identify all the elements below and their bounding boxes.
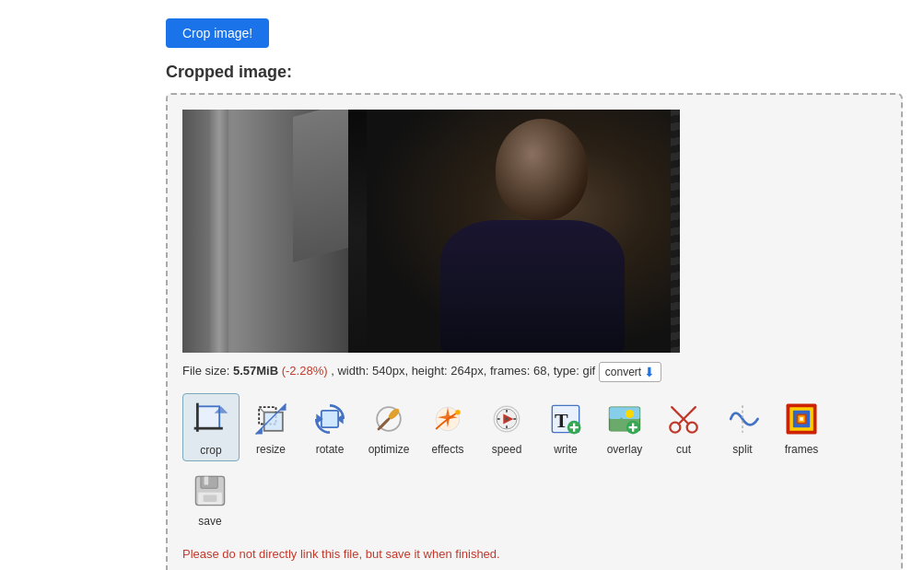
svg-text:T: T	[555, 409, 568, 432]
svg-point-34	[626, 410, 634, 418]
toolbar: crop resize	[182, 393, 886, 531]
tool-resize-label: resize	[256, 443, 286, 456]
tool-write-label: write	[554, 443, 577, 456]
tool-rotate[interactable]: rotate	[302, 393, 357, 461]
file-size-value: 5.57MiB	[233, 364, 278, 378]
file-info: File size: 5.57MiB (-2.28%) , width: 540…	[182, 362, 886, 382]
svg-rect-5	[264, 413, 283, 431]
tool-crop[interactable]: crop	[182, 393, 240, 461]
tool-overlay[interactable]: overlay	[597, 393, 652, 461]
tool-speed[interactable]: speed	[479, 393, 534, 461]
person-figure	[367, 110, 671, 353]
svg-rect-51	[201, 476, 217, 488]
svg-rect-11	[322, 411, 338, 427]
tool-split-label: split	[732, 443, 752, 456]
tool-frames-label: frames	[785, 443, 819, 456]
svg-rect-0	[197, 406, 219, 428]
tool-cut[interactable]: cut	[656, 393, 711, 461]
editor-container: File size: 5.57MiB (-2.28%) , width: 540…	[166, 93, 903, 570]
crop-icon	[189, 398, 233, 442]
resize-icon	[249, 397, 293, 441]
type-value: gif	[582, 364, 595, 378]
download-icon: ⬇	[644, 365, 655, 379]
file-size-change: (-2.28%)	[282, 364, 328, 378]
notice-area: Please do not directly link this file, b…	[182, 544, 886, 570]
effects-icon	[426, 397, 470, 441]
cut-icon	[661, 397, 706, 441]
tool-overlay-label: overlay	[607, 443, 643, 456]
notice-line-1: Please do not directly link this file, b…	[182, 544, 886, 564]
svg-rect-52	[205, 476, 209, 484]
image-preview	[182, 110, 680, 353]
svg-rect-54	[204, 495, 217, 502]
tool-crop-label: crop	[200, 444, 221, 457]
scene	[182, 110, 680, 353]
convert-button[interactable]: convert ⬇	[599, 362, 661, 382]
type-label: type:	[554, 364, 579, 378]
tool-rotate-label: rotate	[316, 443, 345, 456]
tool-save[interactable]: save	[182, 465, 238, 531]
tool-split[interactable]: split	[715, 393, 770, 461]
notice-line-2: The image will soon be deleted from our …	[182, 564, 886, 570]
pillar-left	[182, 110, 348, 353]
tool-effects[interactable]: effects	[420, 393, 475, 461]
crop-image-button[interactable]: Crop image!	[166, 18, 269, 48]
tool-resize[interactable]: resize	[243, 393, 298, 461]
height-value: 264px	[450, 364, 483, 378]
overlay-icon	[602, 397, 647, 441]
speed-icon	[485, 397, 529, 441]
file-size-label: File size:	[182, 364, 229, 378]
tool-speed-label: speed	[492, 443, 522, 456]
width-value: 540px	[372, 364, 404, 378]
tool-frames[interactable]: frames	[774, 393, 829, 461]
convert-label: convert	[605, 366, 641, 378]
svg-rect-33	[610, 407, 640, 419]
svg-rect-49	[800, 417, 803, 421]
section-title: Cropped image:	[166, 63, 906, 82]
write-icon: T	[544, 397, 588, 441]
save-icon	[188, 469, 232, 513]
frames-value: 68	[533, 364, 546, 378]
split-icon	[720, 397, 765, 441]
tool-optimize[interactable]: optimize	[361, 393, 416, 461]
tool-cut-label: cut	[676, 443, 691, 456]
optimize-icon	[367, 397, 411, 441]
tool-effects-label: effects	[431, 443, 463, 456]
width-label: , width:	[331, 364, 368, 378]
tool-optimize-label: optimize	[368, 443, 410, 456]
tool-save-label: save	[198, 515, 221, 528]
tool-write[interactable]: T write	[538, 393, 593, 461]
rotate-icon	[308, 397, 352, 441]
frames-label: frames:	[490, 364, 530, 378]
height-label: height:	[412, 364, 448, 378]
frames-icon	[779, 397, 824, 441]
svg-point-26	[505, 417, 509, 421]
svg-point-18	[455, 410, 461, 415]
